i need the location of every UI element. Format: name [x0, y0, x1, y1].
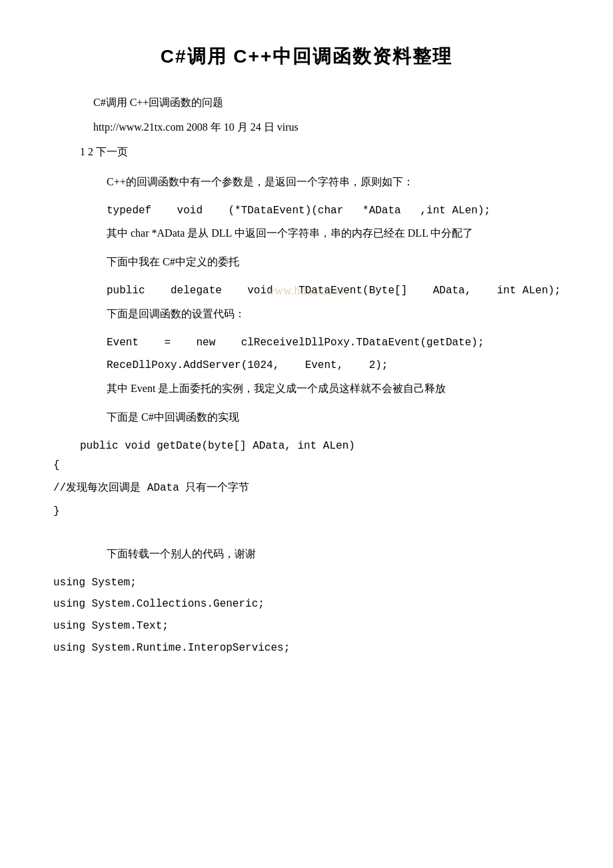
- using4: using System.Runtime.InteropServices;: [53, 639, 560, 658]
- impl-code3: //发现每次回调是 AData 只有一个字节: [53, 479, 560, 498]
- url-date-line: http://www.21tx.com 2008 年 10 月 24 日 vir…: [93, 118, 560, 137]
- page-nav[interactable]: 1 2 下一页: [80, 143, 560, 162]
- using2: using System.Collections.Generic;: [53, 595, 560, 614]
- delegate-label: 下面中我在 C#中定义的委托: [107, 253, 560, 272]
- intro-paragraph: C++的回调函数中有一个参数是，是返回一个字符串，原则如下：: [107, 173, 560, 192]
- event-code2: ReceDllPoxy.AddServer(1024, Event, 2);: [107, 356, 560, 375]
- impl-code2: {: [53, 456, 560, 475]
- adata-desc: 其中 char *AData 是从 DLL 中返回一个字符串，串的内存已经在 D…: [107, 224, 560, 243]
- impl-code4: }: [53, 502, 560, 521]
- thanks-label: 下面转载一个别人的代码，谢谢: [107, 545, 560, 564]
- using3: using System.Text;: [53, 617, 560, 636]
- typedef-code: typedef void (*TDataEvent)(char *AData ,…: [107, 201, 560, 221]
- impl-label: 下面是 C#中回调函数的实现: [107, 408, 560, 427]
- delegate-code: public delegate void TDataEvent(Byte[] A…: [107, 281, 560, 301]
- event-desc: 其中 Event 是上面委托的实例，我定义成一个成员这样就不会被自己释放: [107, 379, 560, 399]
- callback-setup-label: 下面是回调函数的设置代码：: [107, 305, 560, 324]
- source-line: C#调用 C++回调函数的问题: [93, 93, 560, 113]
- page-title: C#调用 C++中回调函数资料整理: [53, 40, 560, 73]
- using1: using System;: [53, 573, 560, 593]
- event-code1: Event = new clReceivelDllPoxy.TDataEvent…: [107, 333, 560, 353]
- impl-code1: public void getDate(byte[] AData, int AL…: [80, 437, 560, 456]
